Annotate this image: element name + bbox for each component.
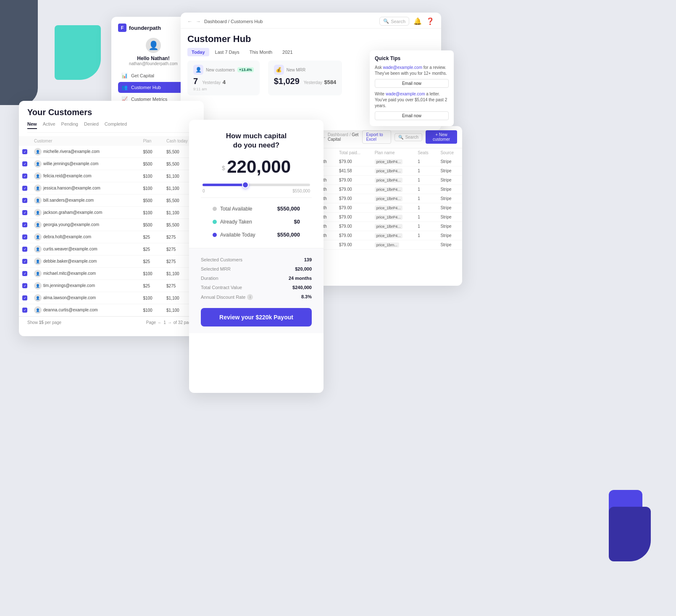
- row-checkbox[interactable]: ✓: [19, 170, 31, 182]
- metric-label: New MRR: [287, 68, 306, 72]
- table-row[interactable]: ✓ 👤michelle.rivera@example.com $500 $5,5…: [19, 146, 204, 158]
- row-checkbox[interactable]: ✓: [19, 207, 31, 219]
- table-row[interactable]: Month $79.00 price_1lbrP4... 1 Stripe: [311, 231, 462, 240]
- table-row[interactable]: Month $79.00 price_1lbrP4... 1 Stripe: [311, 194, 462, 203]
- search-icon: 🔍: [383, 18, 389, 24]
- slider-thumb[interactable]: [242, 182, 249, 188]
- info-icon[interactable]: i: [247, 294, 253, 300]
- row-checkbox[interactable]: ✓: [19, 231, 31, 243]
- customers-title: Your Customers: [27, 108, 195, 117]
- row-plan: $500: [139, 195, 163, 207]
- table-row[interactable]: Month $79.00 price_1lbrP4... 1 Stripe: [311, 185, 462, 194]
- tab-new[interactable]: New: [27, 121, 37, 129]
- table-row[interactable]: ✓ 👤felicia.reid@example.com $100 $1,100: [19, 170, 204, 182]
- ct-row-total: $79.00: [335, 231, 371, 240]
- table-row[interactable]: Year $41.58 price_1lbrP4... 1 Stripe: [311, 166, 462, 176]
- dollar-sign: $: [222, 165, 225, 171]
- tab-thismonth[interactable]: This Month: [245, 48, 276, 56]
- forward-arrow-icon[interactable]: →: [196, 18, 201, 24]
- total-available-row: Total Available $550,000: [201, 202, 312, 215]
- search-box[interactable]: 🔍 Search: [379, 17, 409, 26]
- avatar: 👤: [146, 38, 161, 53]
- customer-avatar: 👤: [34, 197, 42, 204]
- table-row[interactable]: ✓ 👤jessica.hanson@example.com $100 $1,10…: [19, 182, 204, 195]
- row-checkbox[interactable]: ✓: [19, 255, 31, 268]
- sidebar-brand: F founderpath: [118, 24, 189, 32]
- table-row[interactable]: ✓ 👤michael.mitc@example.com $100 $1,100: [19, 268, 204, 280]
- table-row[interactable]: ✓ 👤debra.holt@example.com $25 $275: [19, 231, 204, 243]
- row-checkbox[interactable]: ✓: [19, 195, 31, 207]
- table-row[interactable]: ✓ 👤debbie.baker@example.com $25 $275: [19, 255, 204, 268]
- already-taken-label: Already Taken: [213, 219, 252, 225]
- email-now-button-2[interactable]: Email now: [375, 111, 449, 120]
- table-row[interactable]: Month $79.00 price_1lbrP4... 1 Stripe: [311, 203, 462, 213]
- tab-active[interactable]: Active: [43, 121, 55, 129]
- row-plan: $500: [139, 158, 163, 170]
- review-payout-button[interactable]: Review your $220k Payout: [201, 308, 312, 326]
- prev-page-btn[interactable]: ←: [158, 320, 162, 325]
- row-checkbox[interactable]: ✓: [19, 243, 31, 255]
- row-checkbox[interactable]: ✓: [19, 158, 31, 170]
- row-email: 👤tim.jennings@example.com: [31, 280, 139, 292]
- sidebar-item-customer-hub[interactable]: 👥 Customer Hub: [118, 82, 189, 93]
- table-row[interactable]: Month $79.00 price_1lbrP4... 1 Stripe: [311, 213, 462, 222]
- row-checkbox[interactable]: ✓: [19, 280, 31, 292]
- customer-table-panel: ← → Dashboard / Get Capital Export to Ex…: [311, 126, 462, 286]
- table-row[interactable]: Month $79.00 price_1lbrP4... 1 Stripe: [311, 176, 462, 185]
- table-row[interactable]: ✓ 👤jackson.graham@example.com $100 $1,10…: [19, 207, 204, 219]
- table-row[interactable]: $79.00 price_1brn... Stripe: [311, 240, 462, 250]
- back-arrow-icon[interactable]: ←: [187, 18, 192, 24]
- tab-today[interactable]: Today: [187, 48, 209, 56]
- table-row[interactable]: ✓ 👤bill.sanders@example.com $500 $5,500: [19, 195, 204, 207]
- ct-search-placeholder: Search: [405, 135, 418, 140]
- tab-pending[interactable]: Pending: [61, 121, 78, 129]
- capital-slider[interactable]: 0 $550,000: [201, 184, 312, 193]
- metric-label: New customers: [206, 68, 235, 72]
- divider: [201, 197, 312, 198]
- tab-2021[interactable]: 2021: [278, 48, 297, 56]
- email-now-button-1[interactable]: Email now: [375, 79, 449, 88]
- table-row[interactable]: ✓ 👤curtis.weaver@example.com $25 $275: [19, 243, 204, 255]
- total-available-value: $550,000: [277, 205, 300, 212]
- export-excel-button[interactable]: Export to Excel: [362, 130, 391, 144]
- table-row[interactable]: ✓ 👤georgia.young@example.com $500 $5,500: [19, 219, 204, 231]
- hub-title: Customer Hub: [181, 29, 441, 48]
- table-row[interactable]: ✓ 👤deanna.curtis@example.com $100 $1,100: [19, 304, 204, 316]
- row-checkbox[interactable]: ✓: [19, 268, 31, 280]
- help-icon[interactable]: ❓: [426, 17, 434, 25]
- ct-row-plan: price_1lbrP4...: [371, 166, 413, 176]
- ct-search-box[interactable]: 🔍 Search: [395, 133, 422, 141]
- table-row[interactable]: Month $79.00 price_1lbrP4... 1 Stripe: [311, 157, 462, 166]
- table-row[interactable]: ✓ 👤tim.jennings@example.com $25 $275: [19, 280, 204, 292]
- table-row[interactable]: ✓ 👤willie.jennings@example.com $500 $5,5…: [19, 158, 204, 170]
- row-checkbox[interactable]: ✓: [19, 292, 31, 304]
- row-checkbox[interactable]: ✓: [19, 304, 31, 316]
- table-row[interactable]: Month $79.00 price_1lbrP4... 1 Stripe: [311, 222, 462, 231]
- customers-header: Your Customers New Active Pending Denied…: [19, 101, 204, 136]
- ct-row-plan: price_1lbrP4...: [371, 213, 413, 222]
- tab-completed[interactable]: Completed: [105, 121, 127, 129]
- row-checkbox[interactable]: ✓: [19, 219, 31, 231]
- ct-row-total: $79.00: [335, 194, 371, 203]
- tab-last7days[interactable]: Last 7 Days: [211, 48, 244, 56]
- slider-labels: 0 $550,000: [203, 189, 310, 193]
- metric-sub-label: Yesterday: [202, 80, 221, 85]
- tips-link-1[interactable]: wade@example.com: [383, 65, 422, 70]
- new-customer-button[interactable]: + New customer: [426, 130, 457, 144]
- ct-breadcrumb: Dashboard / Get Capital: [328, 132, 359, 142]
- metric-value-row: 7 Yesterday 4: [193, 76, 254, 86]
- customer-hub-icon: 👥: [121, 84, 128, 90]
- next-page-btn[interactable]: →: [168, 320, 172, 325]
- metric-time: 9:11 am: [193, 87, 254, 91]
- table-row[interactable]: ✓ 👤alma.lawson@example.com $100 $1,100: [19, 292, 204, 304]
- brand-icon: F: [118, 24, 126, 32]
- tips-link-2[interactable]: wade@example.com: [386, 92, 425, 96]
- row-checkbox[interactable]: ✓: [19, 182, 31, 195]
- tab-denied[interactable]: Denied: [84, 121, 99, 129]
- sidebar-item-get-capital[interactable]: 📊 Get Capital: [118, 70, 189, 81]
- ct-row-plan: price_1lbrP4...: [371, 194, 413, 203]
- row-checkbox[interactable]: ✓: [19, 146, 31, 158]
- metric-sub-value: 4: [223, 79, 226, 85]
- row-plan: $100: [139, 304, 163, 316]
- bell-icon[interactable]: 🔔: [413, 17, 422, 25]
